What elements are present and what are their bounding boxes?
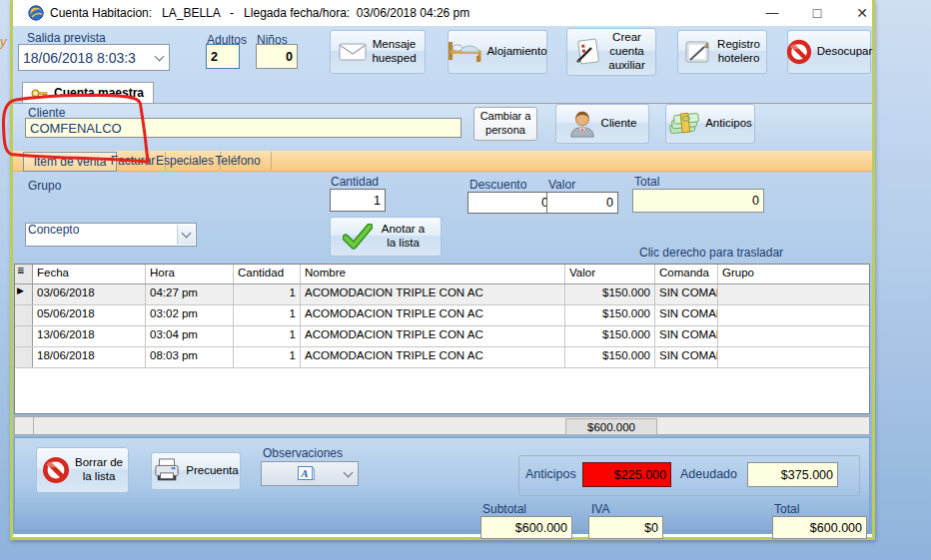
printer-icon	[153, 458, 181, 484]
registro-hotelero-button[interactable]: Registro hotelero	[677, 30, 767, 74]
cantidad-label: Cantidad	[331, 175, 379, 189]
anticipos-button[interactable]: Anticipos	[665, 104, 755, 144]
salida-prevista-combobox[interactable]: 18/06/2018 8:03:3	[18, 44, 170, 71]
tab-telefono[interactable]: Teléfono	[205, 152, 272, 170]
cell-cantidad: 1	[234, 284, 301, 304]
cell-fecha: 05/06/2018	[33, 305, 146, 325]
check-icon	[343, 224, 373, 250]
table-row[interactable]: 18/06/2018 08:03 pm 1 ACOMODACION TRIPLE…	[15, 347, 869, 368]
col-header-grupo[interactable]: Grupo	[718, 265, 869, 283]
anotar-a-la-lista-label: Anotar a la lista	[378, 223, 430, 251]
anticipos-adeudado-groupbox: Anticipos $225.000 Adeudado $375.000	[518, 455, 860, 496]
table-row[interactable]: 05/06/2018 03:02 pm 1 ACOMODACION TRIPLE…	[15, 305, 869, 326]
table-row[interactable]: ▶ 03/06/2018 04:27 pm 1 ACOMODACION TRIP…	[15, 284, 869, 305]
close-button[interactable]: ✕	[842, 0, 882, 26]
total-bottom-value: $600.000	[772, 516, 867, 539]
precuenta-button[interactable]: Precuenta	[151, 452, 241, 490]
crear-cuenta-auxiliar-label: Crear cuenta auxiliar	[606, 31, 648, 72]
cell-grupo	[718, 305, 869, 325]
cell-fecha: 13/06/2018	[33, 326, 146, 346]
iva-value: $0	[588, 516, 663, 539]
mensaje-huesped-button[interactable]: Mensaje huesped	[330, 30, 426, 74]
subtotal-label: Subtotal	[482, 502, 526, 516]
tab-cuenta-maestra[interactable]: Cuenta maestra	[22, 82, 154, 103]
a-icon: A	[298, 466, 315, 481]
adultos-input[interactable]: 2	[206, 44, 240, 69]
borrar-de-la-lista-button[interactable]: Borrar de la lista	[36, 447, 129, 493]
salida-prevista-label: Salida prevista	[27, 31, 106, 45]
cell-comanda: SIN COMANDA	[655, 326, 718, 346]
chevron-down-icon[interactable]	[177, 225, 195, 245]
no-entry-icon	[786, 39, 812, 65]
alojamiento-label: Alojamiento	[486, 45, 546, 59]
cell-grupo	[718, 284, 869, 304]
col-header-cantidad[interactable]: Cantidad	[234, 265, 301, 283]
cell-grupo	[718, 326, 869, 346]
cell-nombre: ACOMODACION TRIPLE CON AC	[301, 284, 565, 304]
chevron-down-icon[interactable]	[151, 46, 168, 69]
cell-fecha: 03/06/2018	[33, 284, 146, 304]
cell-hora: 04:27 pm	[146, 284, 234, 304]
grupo-label: Grupo	[28, 179, 61, 193]
total-bottom-label: Total	[774, 502, 799, 516]
precuenta-label: Precuenta	[186, 464, 238, 478]
title-bar: Cuenta Habitacion: LA_BELLA - Llegada fe…	[13, 0, 872, 26]
borrar-de-la-lista-label: Borrar de la lista	[75, 456, 123, 484]
cliente-button[interactable]: Cliente	[555, 104, 649, 144]
row-selector[interactable]	[15, 326, 33, 346]
col-header-nombre[interactable]: Nombre	[301, 265, 565, 283]
traslado-hint: Clic derecho para trasladar	[639, 246, 783, 260]
chevron-down-icon[interactable]	[340, 463, 357, 484]
cell-nombre: ACOMODACION TRIPLE CON AC	[301, 347, 565, 367]
col-header-hora[interactable]: Hora	[146, 265, 234, 283]
ninos-input[interactable]: 0	[256, 44, 298, 69]
observaciones-dropdown[interactable]: A	[261, 461, 359, 486]
note-pencil-icon	[575, 38, 601, 66]
valor-label: Valor	[548, 178, 575, 192]
desktop-artifact: y	[0, 34, 7, 49]
crear-cuenta-auxiliar-button[interactable]: Crear cuenta auxiliar	[566, 28, 656, 76]
minimize-button[interactable]: —	[752, 0, 792, 26]
cell-cantidad: 1	[234, 305, 301, 325]
grid-footer: $600.000	[14, 416, 870, 435]
key-icon	[31, 87, 48, 100]
items-grid[interactable]: ≣ Fecha Hora Cantidad Nombre Valor Coman…	[14, 264, 870, 414]
anotar-a-la-lista-button[interactable]: Anotar a la lista	[330, 217, 442, 257]
row-selected-marker: ▶	[15, 284, 33, 304]
row-selector[interactable]	[15, 305, 33, 325]
cambiar-a-persona-button[interactable]: Cambiar a persona	[473, 107, 537, 141]
cantidad-input[interactable]: 1	[330, 189, 386, 212]
window-title: Cuenta Habitacion: LA_BELLA - Llegada fe…	[50, 6, 469, 20]
tab-item-de-venta-label: Item de venta	[34, 155, 107, 169]
maximize-button[interactable]: □	[797, 0, 837, 26]
bed-icon	[448, 40, 481, 64]
cambiar-a-persona-label: Cambiar a persona	[476, 110, 534, 138]
tab-cuenta-maestra-label: Cuenta maestra	[54, 86, 144, 100]
cell-nombre: ACOMODACION TRIPLE CON AC	[301, 326, 565, 346]
no-entry-icon	[42, 456, 70, 484]
row-selector[interactable]	[15, 347, 33, 367]
anticipos-value: $225.000	[582, 462, 671, 487]
table-row[interactable]: 13/06/2018 03:04 pm 1 ACOMODACION TRIPLE…	[15, 326, 869, 347]
app-icon	[28, 5, 44, 21]
subtotal-value: $600.000	[480, 516, 572, 539]
valor-input[interactable]: 0	[546, 192, 618, 214]
cell-comanda: SIN COMANDA	[655, 284, 718, 304]
col-header-fecha[interactable]: Fecha	[33, 265, 146, 283]
descuento-input[interactable]: 0	[467, 192, 553, 214]
total-label: Total	[634, 175, 659, 189]
alojamiento-button[interactable]: Alojamiento	[448, 30, 547, 74]
col-header-valor[interactable]: Valor	[565, 265, 655, 283]
cliente-input[interactable]: COMFENALCO	[25, 118, 462, 138]
desocupar-label: Desocupar	[817, 45, 873, 59]
total-input[interactable]: 0	[632, 189, 764, 213]
cliente-button-label: Cliente	[601, 117, 637, 131]
cell-comanda: SIN COMANDA	[655, 347, 718, 367]
iva-label: IVA	[591, 502, 609, 516]
desocupar-button[interactable]: Desocupar	[787, 30, 871, 74]
cell-valor: $150.000	[565, 326, 655, 346]
col-header-comanda[interactable]: Comanda	[655, 265, 718, 283]
anticipos-label: Anticipos	[525, 467, 576, 481]
money-icon	[668, 112, 700, 136]
mensaje-huesped-label: Mensaje huesped	[372, 38, 418, 66]
